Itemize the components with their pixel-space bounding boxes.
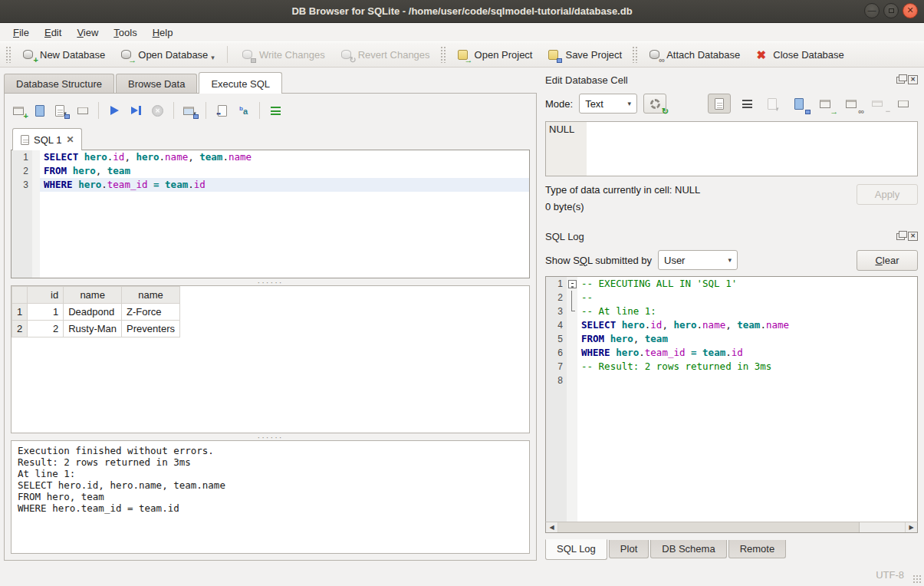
splitter-handle[interactable]: ······ (11, 278, 530, 285)
tab-execute-sql[interactable]: Execute SQL (199, 72, 282, 94)
fold-marker-icon[interactable] (567, 291, 577, 305)
print-icon[interactable] (893, 94, 913, 113)
resize-grip[interactable] (912, 574, 922, 584)
menu-item-help[interactable]: Help (146, 25, 180, 40)
open-external-icon[interactable]: → (815, 94, 835, 113)
code-line[interactable]: 1-- EXECUTING ALL IN 'SQL 1' (546, 277, 917, 291)
open-database-button[interactable]: → Open Database ▾ (113, 44, 221, 64)
open-project-button[interactable]: → Open Project (449, 44, 539, 64)
column-header-name-2[interactable]: name (122, 287, 180, 304)
menu-item-view[interactable]: View (70, 25, 105, 40)
table-corner-header[interactable] (12, 287, 28, 304)
column-header-name-1[interactable]: name (64, 287, 122, 304)
tab-browse-data[interactable]: Browse Data (116, 74, 197, 93)
code-line[interactable]: 7-- Result: 2 rows returned in 3ms (546, 360, 917, 374)
tab-plot[interactable]: Plot (609, 540, 649, 558)
export-results-icon[interactable]: ▾ (182, 104, 197, 117)
find-icon[interactable]: ●● (215, 104, 229, 117)
link-icon[interactable]: ∞ (841, 94, 861, 113)
line-number: 1 (12, 150, 32, 164)
menu-item-edit[interactable]: Edit (38, 25, 68, 40)
code-line[interactable]: 5FROM hero, team (546, 332, 917, 346)
code-line[interactable]: 3WHERE hero.team_id = team.id (12, 178, 529, 192)
maximize-icon[interactable] (883, 3, 899, 18)
cell-value-editor[interactable]: NULL (545, 121, 918, 176)
minimize-icon[interactable]: — (864, 3, 880, 18)
toolbar-separator (227, 46, 228, 63)
close-tab-icon[interactable]: ✕ (66, 134, 74, 145)
scroll-left-icon[interactable]: ◀ (546, 522, 558, 532)
code-line[interactable]: 2FROM hero, team (12, 164, 529, 178)
table-cell[interactable]: Z-Force (122, 304, 180, 321)
sql-editor[interactable]: 1SELECT hero.id, hero.name, team.name2FR… (11, 150, 530, 278)
toolbar-handle[interactable] (632, 46, 637, 63)
save-sql-file-icon[interactable]: ▾ (54, 104, 68, 117)
auto-apply-button[interactable]: ↻ (643, 94, 666, 114)
table-cell[interactable]: Rusty-Man (64, 321, 122, 337)
menu-item-tools[interactable]: Tools (107, 25, 143, 40)
tab-db-schema[interactable]: DB Schema (650, 540, 726, 558)
chevron-down-icon: ▾ (728, 256, 732, 264)
code-line[interactable]: 6WHERE hero.team_id = team.id (546, 346, 917, 360)
code-line[interactable]: 2-- (546, 291, 917, 305)
table-row: 11DeadpondZ-Force (12, 304, 180, 321)
close-panel-icon[interactable]: ✕ (908, 75, 918, 84)
new-sql-tab-icon[interactable]: + (11, 104, 25, 117)
open-sql-file-icon[interactable] (32, 104, 47, 117)
sql-log-view[interactable]: 1-- EXECUTING ALL IN 'SQL 1'2--3-- At li… (545, 276, 918, 522)
close-icon[interactable]: ✕ (903, 3, 918, 18)
attach-database-button[interactable]: ∞ Attach Database (641, 44, 746, 64)
fold-marker-icon[interactable] (567, 305, 577, 318)
float-panel-icon[interactable] (896, 233, 905, 240)
execute-current-line-icon[interactable] (129, 104, 143, 117)
tab-database-structure[interactable]: Database Structure (4, 74, 114, 93)
line-number: 6 (546, 346, 567, 360)
table-cell[interactable]: 1 (28, 304, 64, 321)
log-filter-row: Show SQL submitted by User ▾ Clear (545, 249, 918, 272)
splitter-handle[interactable]: ······ (11, 433, 530, 440)
code-line[interactable]: 4SELECT hero.id, hero.name, team.name (546, 318, 917, 332)
table-cell[interactable]: 2 (28, 321, 64, 337)
word-wrap-icon[interactable] (737, 94, 757, 113)
scrollbar-thumb[interactable] (558, 522, 860, 532)
toolbar-handle[interactable] (440, 46, 446, 63)
table-cell[interactable]: Preventers (122, 321, 180, 337)
log-horizontal-scrollbar[interactable]: ◀ ▶ (545, 522, 918, 533)
write-changes-button: Write Changes (234, 44, 331, 64)
find-replace-icon[interactable]: ba (236, 104, 251, 117)
sql-doc-tab[interactable]: SQL 1 ✕ (12, 128, 82, 150)
toolbar-handle[interactable] (5, 46, 11, 63)
code-line[interactable]: 3-- At line 1: (546, 305, 917, 318)
tab-sql-log[interactable]: SQL Log (545, 539, 607, 560)
row-header[interactable]: 2 (12, 321, 28, 337)
close-panel-icon[interactable]: ✕ (908, 232, 918, 241)
clear-log-button[interactable]: Clear (857, 250, 918, 271)
table-cell[interactable]: Deadpond (64, 304, 122, 321)
print-icon[interactable] (75, 104, 90, 117)
fold-margin (32, 178, 40, 192)
text-mode-icon[interactable] (708, 94, 731, 114)
float-panel-icon[interactable] (896, 77, 905, 84)
save-project-button[interactable]: Save Project (540, 44, 628, 64)
database-close-icon: ✖ (754, 48, 768, 61)
chevron-down-icon[interactable]: ▾ (211, 54, 215, 61)
chevron-down-icon: ▾ (628, 100, 632, 107)
column-header-id-0[interactable]: id (28, 287, 64, 304)
auto-format-icon[interactable] (268, 104, 283, 117)
scroll-right-icon[interactable]: ▶ (905, 522, 917, 532)
fold-marker-icon[interactable] (567, 277, 577, 291)
fold-margin (567, 346, 577, 360)
row-header[interactable]: 1 (12, 304, 28, 321)
log-filter-select[interactable]: User ▾ (658, 250, 738, 270)
results-table: idnamename11DeadpondZ-Force22Rusty-ManPr… (12, 286, 180, 337)
code-line[interactable]: 8 (546, 374, 917, 387)
export-data-icon[interactable] (789, 94, 809, 113)
execute-all-icon[interactable] (107, 104, 122, 117)
menu-item-file[interactable]: File (6, 25, 36, 40)
tab-remote[interactable]: Remote (728, 540, 787, 558)
code-line[interactable]: 1SELECT hero.id, hero.name, team.name (12, 150, 529, 164)
close-database-button[interactable]: ✖ Close Database (748, 44, 850, 64)
new-database-button[interactable]: + New Database (15, 44, 111, 64)
mode-select[interactable]: Text ▾ (579, 94, 637, 114)
fold-margin (567, 318, 577, 332)
